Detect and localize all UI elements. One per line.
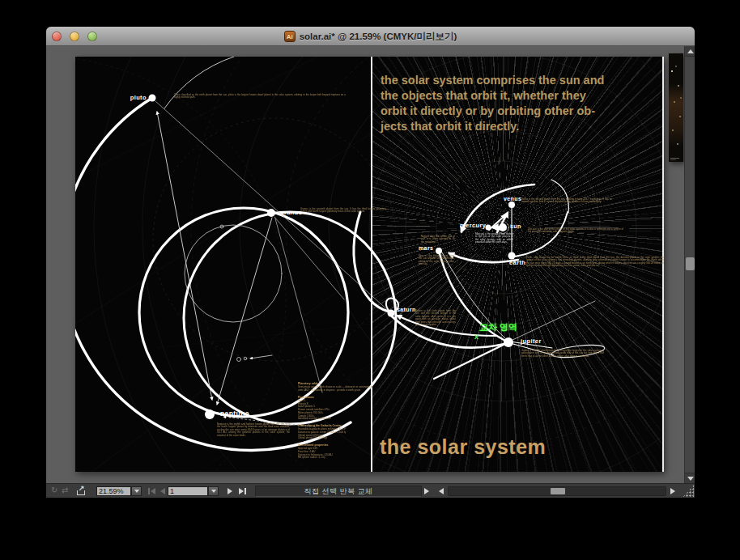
- neptune-dot: [205, 409, 215, 419]
- label-venus: venus: [504, 196, 521, 202]
- left-arrow-icon: [160, 488, 165, 494]
- jupiter-thin-ray: [509, 301, 595, 342]
- export-icon[interactable]: [77, 486, 87, 495]
- vertical-scroll-thumb[interactable]: [686, 257, 695, 270]
- starfield-artboard[interactable]: [669, 53, 683, 162]
- legend-section: Planetary orbits Semi-major axis of orbi…: [298, 382, 377, 392]
- venus-dot: [508, 202, 515, 208]
- earth-mars-arc: [449, 253, 518, 262]
- earth-outward-arc: [515, 212, 568, 257]
- zoom-level-input[interactable]: [96, 486, 131, 496]
- note-mars: Mars is the fourth planet from the sun a…: [419, 254, 454, 265]
- note-venus: Venus is the second planet from the sun,…: [521, 197, 612, 203]
- chevron-down-icon: [134, 490, 139, 493]
- legend-section: Populations Stars 1 Planets 8 Dwarf plan…: [298, 396, 377, 421]
- status-advance-button[interactable]: [422, 487, 432, 495]
- jupiter-dot: [504, 337, 513, 347]
- note-sun: The sun is the star at the center of the…: [528, 227, 623, 233]
- status-message-panel: 직접 선택 반복 교체: [255, 486, 422, 497]
- poster-title: the solar system: [380, 435, 546, 459]
- top-thin-arc: [164, 57, 234, 108]
- uranus-dot: [267, 209, 275, 217]
- note-mars-top: Named after the roman god of war, it is …: [421, 235, 455, 244]
- pluto-dot: [149, 95, 156, 102]
- scroll-down-button[interactable]: [685, 473, 695, 483]
- legend-body: Invariable-to-galactic plane inclination…: [298, 427, 377, 439]
- illustrator-window: Ai solar.ai* @ 21.59% (CMYK/미리보기): [46, 27, 695, 498]
- label-mars: mars: [419, 245, 433, 251]
- first-bar-icon: [148, 488, 150, 494]
- legend-heading: Star-related properties: [298, 443, 377, 447]
- note-neptune: Neptune is the eighth and farthest known…: [217, 422, 290, 437]
- zoom-dropdown-button[interactable]: [131, 486, 142, 496]
- transform-repeat-icon[interactable]: ↻: [51, 486, 57, 494]
- vertical-scrollbar[interactable]: [684, 46, 695, 483]
- saturn-dot: [388, 310, 395, 317]
- sun-dot: [499, 223, 507, 231]
- titlebar-center: Ai solar.ai* @ 21.59% (CMYK/미리보기): [46, 27, 695, 46]
- window-titlebar[interactable]: Ai solar.ai* @ 21.59% (CMYK/미리보기): [46, 27, 695, 46]
- first-page-button[interactable]: [147, 487, 156, 495]
- horizontal-scroll-thumb[interactable]: [551, 488, 565, 494]
- inner-thin-circle: [185, 225, 282, 322]
- note-earth: Earth, also known as the world, Terra, o…: [526, 256, 664, 267]
- last-bar-icon: [245, 488, 246, 494]
- label-earth: earth: [509, 259, 525, 266]
- right-arrow-icon: [239, 488, 244, 494]
- label-sun: sun: [510, 223, 521, 229]
- legend-block: Planetary orbits Semi-major axis of orbi…: [298, 382, 377, 459]
- status-bar: ↻ ⇄ 직접 선택 반복 교체: [46, 483, 695, 498]
- starfield-caption-line: [670, 158, 679, 159]
- previous-page-button[interactable]: [158, 487, 168, 495]
- legend-section: Orbits about the Galactic Center Invaria…: [298, 424, 377, 440]
- up-arrow-icon: [687, 49, 694, 53]
- note-mercury: Mercury is the smallest and closest to t…: [475, 232, 513, 244]
- status-message: 직접 선택 반복 교체: [304, 486, 372, 497]
- scroll-right-button[interactable]: [668, 487, 678, 495]
- right-arrow-icon: [228, 488, 232, 494]
- label-neptune: neptune: [220, 409, 249, 418]
- document-canvas[interactable]: the solar system comprises the sun and t…: [46, 46, 695, 483]
- note-pluto: Once classified as the ninth planet from…: [174, 93, 346, 99]
- starfield-caption-line: [670, 159, 676, 160]
- left-arrow-icon: [151, 488, 155, 494]
- mercury-dot: [486, 225, 491, 231]
- moonlet-circle-1: [237, 358, 241, 362]
- moonlets-arrow: [250, 355, 272, 358]
- right-arrow-icon: [670, 488, 675, 494]
- ai-file-icon: Ai: [284, 31, 296, 42]
- export-arrow-icon: [79, 484, 85, 492]
- legend-heading: Orbits about the Galactic Center: [298, 424, 377, 427]
- horizontal-scrollbar[interactable]: [448, 486, 666, 496]
- mars-dot: [436, 248, 442, 254]
- window-title: solar.ai* @ 21.59% (CMYK/미리보기): [300, 31, 457, 43]
- legend-heading: Planetary orbits: [298, 382, 377, 385]
- note-uranus: Uranus is the seventh planet from the su…: [300, 207, 386, 213]
- label-jupiter: jupiter: [521, 337, 542, 345]
- label-uranus: uranus: [280, 209, 302, 216]
- note-jupiter: Jupiter is the fifth planet from the sun…: [521, 349, 604, 358]
- window-resize-grip[interactable]: [683, 485, 694, 498]
- intersection-marker: x: [474, 333, 478, 341]
- legend-body: Semi-major axis of orbits shown to scale…: [298, 386, 377, 392]
- left-arrow-icon: [439, 488, 444, 494]
- legend-body: Stars 1 Planets 8 Dwarf planets 5 Known …: [298, 399, 377, 420]
- legend-section: Star-related properties Spectral type G2…: [298, 443, 377, 460]
- label-pluto: pluto: [117, 94, 147, 101]
- chevron-down-icon: [211, 490, 216, 493]
- label-saturn: saturn: [397, 307, 416, 312]
- last-page-button[interactable]: [237, 487, 247, 495]
- scroll-up-button[interactable]: [685, 46, 695, 57]
- page-number-input[interactable]: [168, 486, 208, 496]
- intro-paragraph: the solar system comprises the sun and t…: [381, 73, 633, 134]
- intersection-annotation: 교차 영역: [479, 321, 517, 333]
- note-saturn: Saturn is the sixth planet from the sun …: [415, 309, 456, 326]
- poster-artboard[interactable]: the solar system comprises the sun and t…: [75, 57, 664, 472]
- scroll-left-button[interactable]: [436, 487, 446, 495]
- next-page-button[interactable]: [225, 487, 235, 495]
- swap-icon[interactable]: ⇄: [62, 486, 68, 494]
- label-mercury: mercury: [460, 222, 486, 229]
- legend-heading: Populations: [298, 396, 377, 399]
- right-arrow-icon: [424, 488, 429, 494]
- page-dropdown-button[interactable]: [208, 486, 219, 496]
